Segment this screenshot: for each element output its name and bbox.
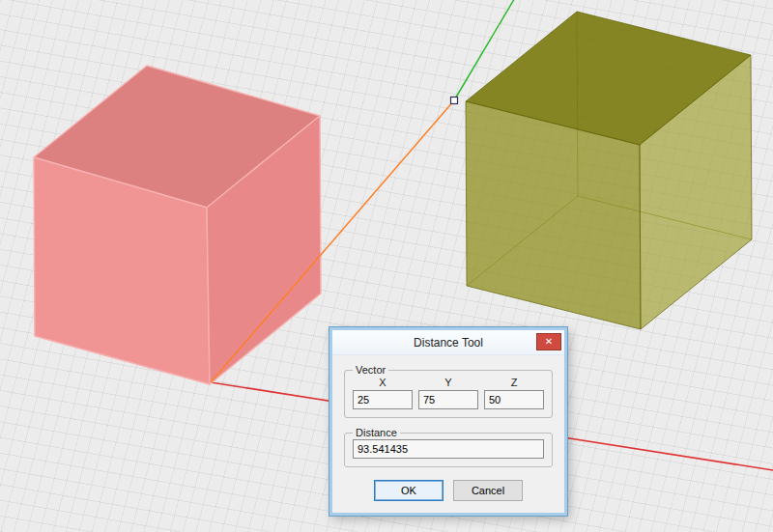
olive-cube[interactable] — [466, 12, 752, 329]
distance-tool-dialog: Distance Tool ✕ Vector X Y Z Distance OK… — [329, 327, 567, 516]
y-value-field[interactable] — [418, 390, 478, 409]
distance-group: Distance — [344, 427, 553, 467]
distance-value-field[interactable] — [353, 439, 544, 459]
dialog-buttons-row: OK Cancel — [332, 480, 564, 501]
axis-fields-row — [353, 390, 544, 409]
vertex-marker[interactable] — [451, 98, 458, 104]
x-axis-label: X — [353, 377, 413, 388]
pink-cube[interactable] — [34, 66, 321, 384]
close-icon: ✕ — [545, 336, 553, 347]
ok-button[interactable]: OK — [374, 480, 444, 501]
z-axis-label: Z — [484, 377, 544, 388]
x-value-field[interactable] — [353, 390, 413, 409]
z-value-field[interactable] — [484, 390, 544, 409]
dialog-titlebar[interactable]: Distance Tool ✕ — [332, 330, 564, 355]
distance-group-label: Distance — [353, 427, 400, 438]
vector-group: Vector X Y Z — [344, 364, 553, 418]
vector-group-label: Vector — [353, 364, 388, 376]
close-button[interactable]: ✕ — [536, 333, 561, 350]
cancel-button[interactable]: Cancel — [453, 480, 523, 501]
dialog-title: Distance Tool — [414, 336, 483, 350]
y-axis-label: Y — [418, 377, 478, 388]
axis-labels-row: X Y Z — [353, 377, 544, 388]
